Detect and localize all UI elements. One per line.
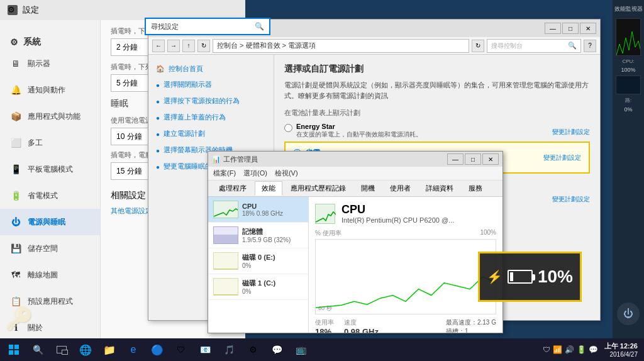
windows-icon [8, 343, 20, 356]
up-button[interactable]: ↑ [182, 40, 195, 52]
bullet-icon6: ● [156, 163, 160, 172]
app5-button[interactable]: 💬 [265, 340, 288, 360]
sidebar-item-cpu[interactable]: CPU 18% 0.98 GHz [208, 197, 308, 223]
help-button[interactable]: ? [584, 40, 596, 52]
app4-button[interactable]: ⚙ [242, 340, 264, 360]
power-icon: ⏻ [10, 216, 21, 228]
settings-title-text: 設定 [23, 4, 39, 16]
close-button[interactable]: ✕ [580, 23, 596, 34]
change-plan-link-1[interactable]: 變更計劃設定 [552, 128, 590, 135]
task-tabs: 處理程序 效能 應用程式歷程記錄 開機 使用者 詳細資料 服務 [208, 181, 502, 197]
forward-button[interactable]: → [167, 40, 180, 52]
file-explorer-button[interactable]: 📁 [98, 340, 121, 360]
network-icon[interactable]: 📶 [553, 345, 562, 354]
sidebar-item-disk1[interactable]: 磁碟 1 (C:) 0% [208, 274, 308, 300]
sidebar-item-tablet[interactable]: 📱 平板電腦模式 [0, 156, 100, 182]
edge-icon: 🌐 [79, 344, 92, 356]
svg-rect-3 [9, 350, 13, 355]
sys-tray: 🛡 📶 🔊 🔋 💬 [543, 345, 603, 354]
sidebar-item-battery[interactable]: 🔋 省電模式 [0, 182, 100, 209]
tab-users[interactable]: 使用者 [383, 181, 418, 196]
task-minimize[interactable]: — [447, 153, 464, 165]
sidebar-item-maps[interactable]: 🗺 離線地圖 [0, 262, 100, 288]
task-view-button[interactable] [50, 340, 73, 360]
refresh-button2[interactable]: ↻ [472, 40, 484, 52]
task-close[interactable]: ✕ [482, 153, 499, 165]
energy-star-radio[interactable] [284, 124, 292, 132]
sidebar-item-memory[interactable]: 記憶體 1.9/5.9 GB (32%) [208, 223, 308, 248]
ie-button[interactable]: e [122, 340, 145, 360]
change-plan-link-3[interactable]: 變更計劃設定 [552, 196, 590, 203]
disk0-item-sub: 0% [242, 262, 275, 269]
taskbar-clock[interactable]: 上午 12:26 2016/4/27 [604, 342, 641, 358]
tab-services[interactable]: 服務 [462, 181, 489, 196]
power-sidebar-item-display[interactable]: ● 選擇關閉顯示器 [148, 77, 274, 93]
battery-tray-icon[interactable]: 🔋 [577, 345, 586, 354]
edge-button[interactable]: 🌐 [74, 340, 97, 360]
task-menu-file[interactable]: 檔案(F) [213, 169, 236, 178]
cpu-item-title: CPU [242, 203, 283, 210]
minimize-button[interactable]: — [545, 23, 561, 34]
task-win-controls: — □ ✕ [447, 153, 499, 165]
power-sidebar-item-lid[interactable]: ● 選擇蓋上筆蓋的行為 [148, 109, 274, 126]
task-maximize[interactable]: □ [465, 153, 481, 165]
sidebar-item-disk0[interactable]: 磁碟 0 (E:) 0% [208, 248, 308, 274]
back-button[interactable]: ← [152, 40, 165, 52]
clock-time: 上午 12:26 [604, 342, 638, 351]
app3-button[interactable]: 🎵 [218, 340, 240, 360]
ie-icon: e [131, 344, 136, 355]
app1-button[interactable]: 🛡 [170, 340, 192, 360]
apps-icon: 📦 [10, 111, 21, 122]
power-sidebar-item-create[interactable]: ● 建立電源計劃 [148, 126, 274, 142]
net-graph-mini [616, 75, 641, 94]
maximize-button[interactable]: □ [562, 23, 579, 34]
power-sidebar-item-power-btn[interactable]: ● 選擇按下電源按鈕的行為 [148, 93, 274, 109]
tab-processes[interactable]: 處理程序 [212, 181, 253, 196]
extra-stats: 最高速度：2.13 G 插槽：1 核心數目：2 [446, 318, 496, 333]
breadcrumb[interactable]: 控制台 > 硬體和音效 > 電源選項 [213, 39, 469, 53]
disk1-mini-chart [213, 278, 238, 296]
cpu-main-header: CPU Intel(R) Pentium(R) CPU P6200 @... [315, 203, 496, 224]
app6-button[interactable]: 📺 [289, 340, 312, 360]
tab-performance[interactable]: 效能 [255, 181, 282, 196]
app2-button[interactable]: 📧 [194, 340, 216, 360]
energy-star-sub: 在支援的筆電上，自動平衡效能和電源消耗。 [296, 130, 422, 139]
bullet-icon5: ● [156, 147, 160, 155]
search-input-text[interactable]: 尋找設定 [151, 22, 179, 31]
sidebar-item-notifications[interactable]: 🔔 通知與動作 [0, 77, 100, 103]
sidebar-item-display[interactable]: 🖥 顯示器 [0, 50, 100, 77]
battery-icon-big [508, 270, 533, 284]
sidebar-item-multitask[interactable]: ⬜ 多工 [0, 130, 100, 156]
tab-startup[interactable]: 開機 [354, 181, 382, 196]
display-icon: 🖥 [10, 58, 21, 69]
task-main: CPU Intel(R) Pentium(R) CPU P6200 @... %… [309, 197, 502, 333]
power-quick-btn[interactable]: ⏻ [617, 303, 640, 325]
memory-item-title: 記憶體 [242, 227, 291, 236]
settings-icon: ⚙ [8, 5, 18, 15]
task-menu-options[interactable]: 選項(O) [243, 169, 267, 178]
sidebar-item-power[interactable]: ⏻ 電源與睡眠 [0, 209, 100, 235]
search-icon-overlay: 🔍 [255, 22, 264, 31]
svg-rect-4 [14, 350, 19, 355]
speed-stat: 速度 0.98 GHz [344, 318, 379, 333]
change-plan-link-2[interactable]: 變更計劃設定 [543, 153, 581, 162]
sidebar-item-apps[interactable]: 📦 應用程式與功能 [0, 103, 100, 130]
action-center-icon[interactable]: 💬 [589, 345, 598, 354]
graph-max-label: 100% [480, 229, 496, 238]
antivirus-icon[interactable]: 🛡 [543, 345, 550, 354]
chrome-button[interactable]: 🔵 [146, 340, 169, 360]
start-button[interactable] [3, 340, 25, 360]
disk0-mini-chart [213, 252, 238, 270]
power-sidebar-item-home[interactable]: 🏠 控制台首頁 [148, 61, 274, 77]
sidebar-item-storage[interactable]: 💾 儲存空間 [0, 235, 100, 262]
search-icon: 🔍 [568, 42, 577, 50]
search-button[interactable]: 🔍 [26, 340, 49, 360]
sound-icon[interactable]: 🔊 [565, 345, 574, 354]
notifications-icon: 🔔 [10, 84, 21, 96]
task-menu-view[interactable]: 檢視(V) [275, 169, 298, 178]
task-icon: 📊 [212, 155, 221, 164]
power-search-bar[interactable]: 搜尋控制台 🔍 [487, 39, 581, 53]
tab-app-history[interactable]: 應用程式歷程記錄 [284, 181, 353, 196]
refresh-button[interactable]: ↻ [197, 40, 210, 52]
tab-details[interactable]: 詳細資料 [419, 181, 460, 196]
